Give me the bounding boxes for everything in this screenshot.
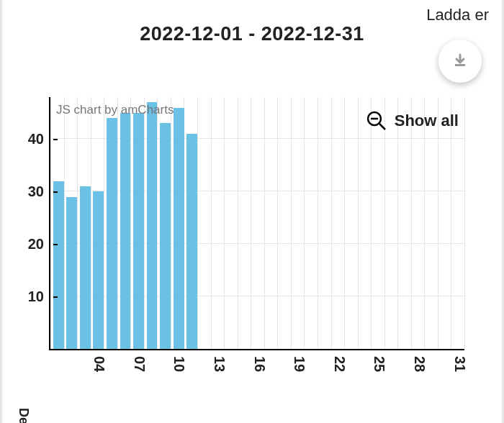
x-axis-label: 13 <box>211 356 228 372</box>
bar[interactable] <box>174 108 184 349</box>
svg-rect-0 <box>455 64 465 66</box>
y-axis-label: 20 <box>8 236 44 253</box>
y-axis-label: 10 <box>8 288 44 305</box>
bar[interactable] <box>186 134 197 349</box>
x-axis-label: 10 <box>171 356 187 372</box>
x-axis-label: 19 <box>291 356 307 372</box>
y-axis-label: 30 <box>8 183 44 200</box>
bar[interactable] <box>80 186 91 349</box>
chart-credit: JS chart by amCharts <box>56 103 174 117</box>
x-axis-label: 28 <box>411 356 428 372</box>
app-frame: Ladda er 2022-12-01 - 2022-12-31 1020304… <box>0 0 504 423</box>
x-axis-label: 04 <box>91 356 107 372</box>
bar[interactable] <box>107 118 117 349</box>
bar[interactable] <box>133 113 144 349</box>
x-axis-label: 25 <box>371 356 387 372</box>
show-all-button[interactable]: Show all <box>366 110 459 132</box>
x-axis-label: 31 <box>451 356 468 372</box>
bar[interactable] <box>66 197 77 349</box>
x-axis-label: 07 <box>131 356 148 372</box>
bar[interactable] <box>93 191 104 349</box>
plot-area[interactable]: JS chart by amCharts Show all <box>49 97 464 350</box>
bar[interactable] <box>53 181 64 349</box>
x-axis-label: 16 <box>251 356 268 372</box>
bar[interactable] <box>120 113 131 349</box>
bar[interactable] <box>147 102 158 349</box>
x-axis-title-partial: De <box>16 408 31 423</box>
show-all-label: Show all <box>395 112 459 130</box>
zoom-out-icon <box>366 110 387 132</box>
x-axis-label: 22 <box>331 356 348 372</box>
svg-line-2 <box>379 124 385 129</box>
bar[interactable] <box>160 123 171 349</box>
download-button[interactable] <box>438 40 482 83</box>
download-link[interactable]: Ladda er <box>426 6 489 24</box>
y-axis-label: 40 <box>8 131 44 147</box>
page-title: 2022-12-01 - 2022-12-31 <box>2 23 502 45</box>
chart: 10203040 JS chart by amCharts Show all <box>42 97 463 349</box>
download-icon <box>451 53 469 70</box>
